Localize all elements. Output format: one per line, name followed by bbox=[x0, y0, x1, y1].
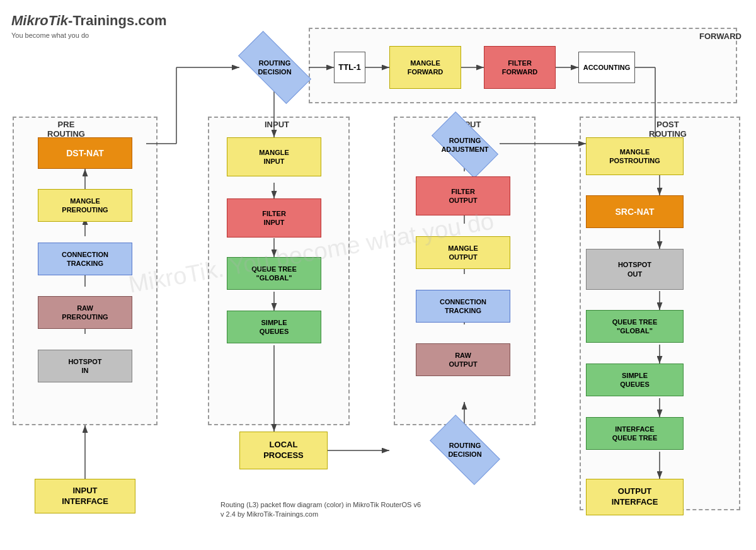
filter-forward-box: FILTER FORWARD bbox=[484, 46, 556, 89]
forward-label: FORWARD bbox=[699, 32, 742, 41]
raw-prerouting-box: RAW PREROUTING bbox=[38, 296, 132, 329]
connection-tracking-pre-box: CONNECTION TRACKING bbox=[38, 243, 132, 275]
hotspot-in-box: HOTSPOT IN bbox=[38, 350, 132, 382]
simple-queues-post-box: SIMPLE QUEUES bbox=[586, 364, 684, 396]
boxes-layer: FORWARD PRE ROUTING INPUT OUTPUT POST RO… bbox=[0, 0, 756, 550]
footer-line2: v 2.4 by MikroTik-Trainings.com bbox=[220, 510, 318, 518]
dst-nat-box: DST-NAT bbox=[38, 137, 132, 169]
hotspot-out-box: HOTSPOT OUT bbox=[586, 249, 684, 290]
src-nat-box: SRC-NAT bbox=[586, 195, 684, 228]
queue-tree-post-box: QUEUE TREE "GLOBAL" bbox=[586, 310, 684, 343]
mangle-forward-box: MANGLE FORWARD bbox=[389, 46, 461, 89]
routing-adjustment-box: ROUTING ADJUSTMENT bbox=[432, 112, 498, 178]
accounting-box: ACCOUNTING bbox=[578, 52, 635, 83]
pre-routing-label: PRE ROUTING bbox=[47, 120, 85, 139]
routing-decision-bottom: ROUTING DECISION bbox=[430, 415, 500, 485]
routing-decision-top-label: ROUTING DECISION bbox=[241, 50, 308, 84]
input-label: INPUT bbox=[265, 120, 289, 129]
footer-line1: Routing (L3) packet flow diagram (color)… bbox=[220, 501, 421, 508]
routing-adjustment-label: ROUTING ADJUSTMENT bbox=[435, 129, 495, 161]
local-process-box: LOCAL PROCESS bbox=[239, 432, 328, 469]
simple-queues-input-box: SIMPLE QUEUES bbox=[227, 311, 321, 343]
filter-input-box: FILTER INPUT bbox=[227, 198, 321, 238]
connection-tracking-out-box: CONNECTION TRACKING bbox=[416, 290, 510, 323]
routing-decision-top: ROUTING DECISION bbox=[238, 31, 311, 104]
diagram-container: MikroTik-Trainings.com You become what y… bbox=[0, 0, 756, 550]
input-interface-box: INPUT INTERFACE bbox=[35, 479, 135, 513]
mangle-output-box: MANGLE OUTPUT bbox=[416, 236, 510, 269]
routing-decision-bottom-label: ROUTING DECISION bbox=[434, 432, 496, 467]
raw-output-box: RAW OUTPUT bbox=[416, 343, 510, 376]
interface-queue-tree-box: INTERFACE QUEUE TREE bbox=[586, 417, 684, 450]
mangle-postrouting-box: MANGLE POSTROUTING bbox=[586, 137, 684, 175]
queue-tree-input-box: QUEUE TREE "GLOBAL" bbox=[227, 257, 321, 290]
mangle-input-box: MANGLE INPUT bbox=[227, 137, 321, 176]
filter-output-box: FILTER OUTPUT bbox=[416, 176, 510, 215]
mangle-prerouting-box: MANGLE PREROUTING bbox=[38, 189, 132, 222]
output-interface-box: OUTPUT INTERFACE bbox=[586, 479, 684, 515]
post-routing-label: POST ROUTING bbox=[649, 120, 687, 139]
ttl-box: TTL-1 bbox=[334, 52, 365, 83]
